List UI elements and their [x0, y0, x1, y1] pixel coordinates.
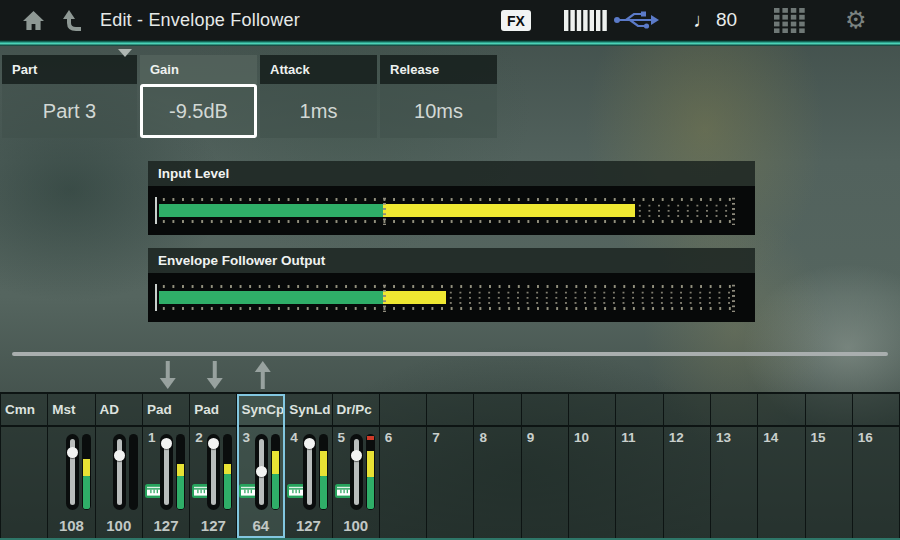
channel-fader-cell[interactable]: 5 100	[333, 427, 379, 538]
up-arrow-icon	[251, 360, 273, 390]
channel-fader[interactable]	[207, 434, 220, 510]
channel-fader-cell[interactable]: 9	[522, 427, 568, 538]
mixer-channel[interactable]: 11	[616, 394, 663, 538]
channel-fader-cell[interactable]: 1 127	[143, 427, 189, 538]
channel-meter-green	[224, 473, 231, 509]
mixer-channel[interactable]: Mst 108	[48, 394, 95, 538]
channel-fader[interactable]	[303, 434, 316, 510]
input-level-label: Input Level	[158, 166, 229, 181]
channel-fader-cell[interactable]: 10	[569, 427, 615, 538]
meter-end-ticks	[732, 283, 735, 312]
channel-fader-cell[interactable]: 7	[427, 427, 473, 538]
fader-knob[interactable]	[114, 450, 125, 461]
mixer-channel[interactable]: 9	[522, 394, 569, 538]
fader-track	[354, 439, 359, 505]
mixer-channel[interactable]: Cmn	[0, 394, 48, 538]
channel-meter-yellow	[177, 464, 184, 475]
mixer-channel[interactable]: 14	[758, 394, 805, 538]
channel-fader-cell[interactable]: 6	[380, 427, 426, 538]
channel-number: 16	[858, 430, 873, 445]
grid-menu-button[interactable]	[774, 0, 805, 40]
mixer-channel[interactable]: SynCp 3 64	[237, 394, 285, 538]
keyboard-button[interactable]	[564, 0, 608, 40]
param-release-value[interactable]: 10ms	[380, 84, 497, 138]
down-arrow-icon	[204, 360, 226, 390]
channel-fader-cell[interactable]: 16	[853, 427, 899, 538]
channel-number: 14	[763, 430, 778, 445]
mixer-channel[interactable]: 7	[427, 394, 474, 538]
fader-knob[interactable]	[256, 466, 267, 477]
mixer-channel[interactable]: Pad 1 127	[143, 394, 190, 538]
home-button[interactable]	[22, 0, 45, 40]
channel-fader-cell[interactable]: 108	[48, 427, 94, 538]
channel-number: 2	[195, 430, 203, 445]
param-attack-value[interactable]: 1ms	[260, 84, 377, 138]
fader-knob[interactable]	[304, 438, 315, 449]
mixer-channel[interactable]: 6	[380, 394, 427, 538]
channel-meter-green	[177, 475, 184, 509]
meter-start-line	[155, 284, 157, 311]
mixer-channel[interactable]: 12	[664, 394, 711, 538]
exit-button[interactable]	[62, 0, 84, 40]
channel-meter-yellow	[320, 451, 327, 476]
channel-fader[interactable]	[350, 434, 363, 510]
mixer-channel[interactable]: 15	[806, 394, 853, 538]
channel-fader-cell[interactable]: 100	[96, 427, 142, 538]
param-gain[interactable]: Gain -9.5dB	[140, 55, 257, 138]
usb-icon	[613, 10, 659, 30]
channel-fader-cell[interactable]	[1, 427, 47, 538]
mixer-channel[interactable]: AD 100	[96, 394, 143, 538]
meter-boundary-ticks	[383, 196, 386, 225]
channel-fader-cell[interactable]: 14	[758, 427, 804, 538]
param-part-value[interactable]: Part 3	[2, 84, 137, 138]
channel-fader[interactable]	[66, 434, 79, 510]
fader-knob[interactable]	[351, 450, 362, 461]
channel-fader-cell[interactable]: 15	[806, 427, 852, 538]
mixer-channel[interactable]: 10	[569, 394, 616, 538]
tempo-value[interactable]: 80	[716, 0, 737, 40]
channel-meter-yellow	[272, 451, 279, 474]
channel-level-meter	[223, 434, 232, 510]
mixer-channel[interactable]: 8	[474, 394, 521, 538]
channel-fader-cell[interactable]: 4 127	[285, 427, 331, 538]
fader-knob[interactable]	[67, 447, 78, 458]
fader-knob[interactable]	[161, 438, 172, 449]
channel-fader[interactable]	[113, 434, 126, 510]
usb-status	[613, 0, 659, 40]
meter-start-line	[155, 197, 157, 224]
fx-badge[interactable]: FX	[501, 10, 531, 31]
channel-fader-cell[interactable]: 3 64	[237, 427, 284, 538]
settings-button[interactable]: ⚙	[845, 0, 867, 40]
channel-level-meter	[271, 434, 280, 510]
param-release[interactable]: Release 10ms	[380, 55, 497, 138]
param-part[interactable]: Part Part 3	[2, 55, 137, 138]
channel-meter-green	[320, 475, 327, 509]
fader-knob[interactable]	[208, 438, 219, 449]
param-attack-label: Attack	[270, 62, 310, 77]
param-part-label: Part	[12, 62, 37, 77]
mixer-channel[interactable]: Dr/Pc 5 100	[333, 394, 380, 538]
channel-number: 3	[242, 430, 250, 445]
grid-icon	[774, 8, 805, 33]
channel-meter-green	[272, 473, 279, 509]
fader-track	[117, 439, 122, 505]
param-attack[interactable]: Attack 1ms	[260, 55, 377, 138]
channel-fader-cell[interactable]: 2 127	[190, 427, 236, 538]
channel-number: 9	[527, 430, 535, 445]
channel-level-meter	[319, 434, 328, 510]
mixer-channel[interactable]: Pad 2 127	[190, 394, 237, 538]
channel-fader-cell[interactable]: 8	[474, 427, 520, 538]
meter-dot-grid	[446, 290, 733, 305]
channel-fader-cell[interactable]: 13	[711, 427, 757, 538]
param-gain-value[interactable]: -9.5dB	[140, 84, 257, 138]
channel-name: Cmn	[5, 402, 35, 417]
channel-fader[interactable]	[255, 434, 268, 510]
channel-fader[interactable]	[160, 434, 173, 510]
channel-fader-cell[interactable]: 12	[664, 427, 710, 538]
mixer-channel[interactable]: 16	[853, 394, 900, 538]
horizontal-scrollbar[interactable]	[12, 352, 888, 356]
mixer-channel[interactable]: 13	[711, 394, 758, 538]
channel-fader-cell[interactable]: 11	[616, 427, 662, 538]
mixer-channel[interactable]: SynLd 4 127	[285, 394, 332, 538]
meter-bar	[159, 204, 733, 217]
